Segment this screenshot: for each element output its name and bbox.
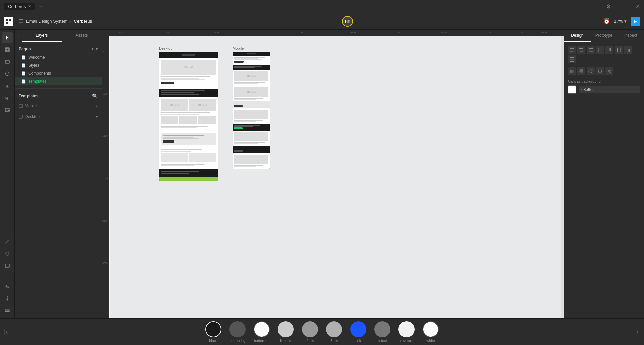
align-middle-v-button[interactable] [615, 46, 623, 54]
page-item-styles[interactable]: 📄 Styles [15, 61, 102, 69]
distribute-v-button[interactable] [568, 55, 576, 63]
color-bar-next-button[interactable]: › [631, 319, 644, 345]
desktop-frame[interactable]: 180 x 60 [159, 52, 218, 181]
tab-close-icon[interactable]: ✕ [28, 4, 31, 9]
maximize-icon[interactable]: □ [627, 4, 630, 10]
chevron-down-icon: ▾ [96, 104, 98, 108]
new-tab-button[interactable]: + [39, 3, 43, 10]
menu-icon[interactable]: ☰ [19, 18, 23, 24]
swatch-label: p-text [378, 339, 387, 343]
image-tool-button[interactable] [2, 105, 13, 115]
swatch-circle [398, 321, 415, 337]
flip-v-button[interactable] [577, 67, 585, 75]
align-left-button[interactable] [568, 46, 576, 54]
mask-button[interactable] [605, 67, 613, 75]
group-frame-icon [19, 115, 23, 119]
align-top-button[interactable] [605, 46, 613, 54]
zoom-control[interactable]: 17% ▾ [614, 19, 627, 24]
mobile-frame[interactable]: 215 x 215 215 x 215 [233, 52, 270, 169]
svg-rect-2 [6, 22, 8, 24]
grid-tool-button[interactable] [2, 305, 13, 315]
user-avatar[interactable]: HT [342, 16, 353, 27]
active-tab[interactable]: Cerberus ✕ [4, 3, 35, 10]
template-group-mobile-header[interactable]: Mobile ▾ [15, 102, 102, 110]
svg-rect-24 [570, 50, 573, 50]
template-group-desktop-header[interactable]: Desktop ▾ [15, 113, 102, 121]
color-bar-prev-button[interactable]: ‹ [0, 319, 13, 345]
color-swatch-h1-text[interactable]: h1-text [278, 321, 294, 343]
pen-tool-button[interactable] [2, 236, 13, 247]
page-icon: 📄 [21, 55, 26, 60]
page-icon-active: 📄 [21, 79, 26, 84]
chat-icon-button[interactable] [2, 261, 13, 271]
swatch-circle [254, 321, 270, 337]
svg-rect-56 [608, 70, 610, 72]
panel-back-icon[interactable]: ‹ [17, 33, 19, 38]
color-swatch-h2-text[interactable]: h2-text [302, 321, 318, 343]
settings-icon[interactable]: ⚙ [606, 3, 611, 10]
minimize-icon[interactable]: — [616, 4, 622, 10]
color-swatch-button-t---[interactable]: button-t... [254, 321, 270, 343]
canvas-bg-color-swatch[interactable] [568, 85, 576, 94]
zoom-chevron-icon: ▾ [624, 19, 627, 24]
rect-tool-button[interactable] [2, 56, 13, 67]
right-panel: Design Prototype Inspect [564, 30, 644, 318]
inspect-tab[interactable]: Inspect [617, 30, 644, 42]
canvas-background-section: Canvas background [568, 79, 640, 94]
plugin-icon-button[interactable] [2, 248, 13, 259]
color-swatch-p-text[interactable]: p-text [374, 321, 390, 343]
search-icon[interactable]: 🔍 [92, 93, 98, 99]
history-icon[interactable]: ⏰ [603, 18, 610, 24]
prototype-tab[interactable]: Prototype [591, 30, 618, 42]
svg-rect-40 [620, 48, 621, 52]
typography-tool-button[interactable]: Ag [2, 281, 13, 291]
lock-aspect-button[interactable] [596, 67, 604, 75]
frame-tool-button[interactable] [2, 44, 13, 55]
flip-h-button[interactable] [568, 67, 576, 75]
svg-rect-41 [627, 48, 627, 52]
svg-rect-34 [600, 48, 600, 52]
paint-tool-button[interactable] [2, 293, 13, 303]
svg-rect-32 [598, 48, 599, 52]
svg-rect-16 [7, 297, 7, 299]
color-swatch-h3-text[interactable]: h3-text [326, 321, 342, 343]
main-area: A AI Ag ‹ [0, 30, 644, 318]
color-swatch-black[interactable]: black [205, 321, 221, 343]
color-swatch-button-bg[interactable]: button-bg [229, 321, 246, 343]
ellipse-tool-button[interactable] [2, 68, 13, 79]
page-label-components: Components [28, 71, 51, 76]
canvas-area[interactable]: -1500 -1000 -500 0 500 1000 1500 2000 25… [102, 30, 564, 318]
pages-header-actions: + ▾ [91, 47, 98, 51]
distribute-h-button[interactable] [596, 46, 604, 54]
swatch-label: button-t... [254, 339, 269, 343]
svg-rect-19 [5, 309, 10, 310]
color-swatch-white[interactable]: white [423, 321, 439, 343]
assets-tab[interactable]: Assets [62, 30, 102, 42]
align-bottom-button[interactable] [624, 46, 632, 54]
text-tool-button[interactable]: A [2, 80, 13, 91]
ai-tool-button[interactable]: AI [2, 93, 13, 103]
rotate-button[interactable] [587, 67, 595, 75]
layers-tab[interactable]: Layers [22, 30, 62, 42]
align-right-button[interactable] [587, 46, 595, 54]
add-page-icon[interactable]: + [91, 47, 94, 51]
color-swatch-rev-text[interactable]: rev-text [398, 321, 415, 343]
page-item-templates[interactable]: 📄 Templates [15, 77, 102, 85]
canvas-scrollbar-v[interactable] [561, 36, 564, 318]
page-item-welcome[interactable]: 📄 Welcome [15, 53, 102, 61]
play-button[interactable]: ▶ [631, 17, 640, 26]
transform-toolbar [568, 67, 640, 75]
page-label-welcome: Welcome [28, 55, 45, 60]
color-bar: ‹ blackbutton-bgbutton-t...h1-texth2-tex… [0, 318, 644, 345]
swatch-circle [374, 321, 390, 337]
page-item-components[interactable]: 📄 Components [15, 69, 102, 77]
svg-rect-29 [589, 48, 593, 49]
design-tab[interactable]: Design [564, 30, 591, 42]
select-tool-button[interactable] [2, 32, 13, 43]
color-swatch-link[interactable]: link [350, 321, 366, 343]
align-center-h-button[interactable] [577, 46, 585, 54]
expand-pages-icon[interactable]: ▾ [96, 47, 98, 51]
window-close-icon[interactable]: ✕ [636, 3, 640, 10]
swatch-circle [302, 321, 318, 337]
canvas-bg-color-input[interactable] [579, 86, 640, 93]
